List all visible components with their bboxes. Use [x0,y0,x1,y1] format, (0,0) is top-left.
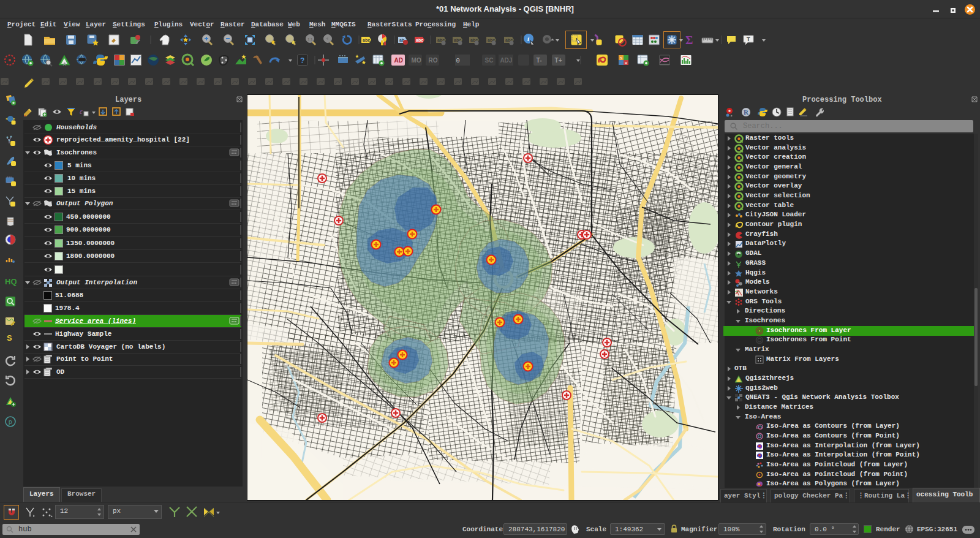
svg-text:?: ? [300,56,304,65]
svg-text:T+: T+ [555,57,562,64]
svg-text:abc: abc [416,38,423,42]
svg-text:S: S [7,333,12,343]
svg-text:Σ: Σ [685,34,693,47]
svg-text:HQ: HQ [5,277,17,286]
svg-text:MO: MO [412,57,421,64]
svg-text:1:1: 1:1 [307,37,313,41]
svg-text:0.0: 0.0 [455,57,460,64]
svg-text:AD: AD [394,57,403,64]
svg-text:RO: RO [429,57,438,64]
svg-text:ADJ: ADJ [500,57,512,64]
svg-text:SC: SC [485,57,494,64]
svg-text:abc: abc [363,38,370,42]
svg-text:p: p [9,419,12,425]
svg-text:T: T [747,36,750,42]
svg-text:T-: T- [537,57,542,64]
svg-text:R: R [625,61,628,65]
svg-text:A: A [63,61,67,67]
svg-text:ε: ε [80,107,83,116]
svg-text:S: S [620,56,622,60]
svg-text:R: R [744,108,749,116]
